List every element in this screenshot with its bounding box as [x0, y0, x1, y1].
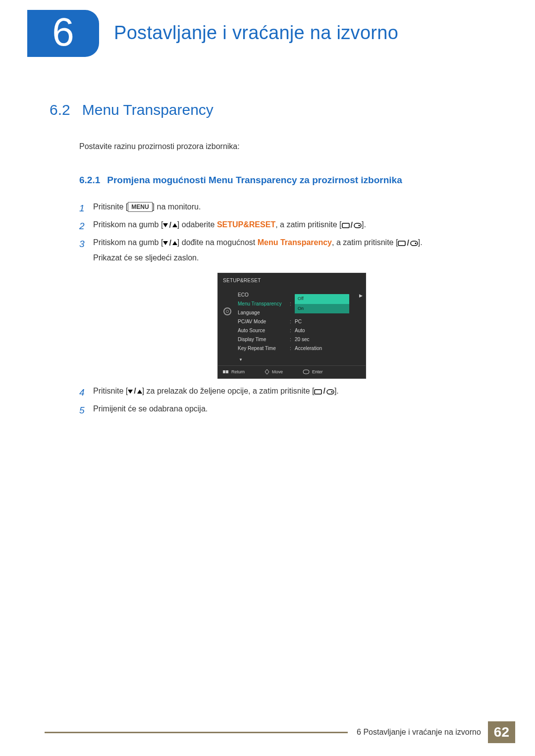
- osd-value: 20 sec: [295, 335, 361, 344]
- svg-point-12: [331, 391, 332, 393]
- osd-title: SETUP&RESET: [218, 273, 366, 288]
- rect-enter-icon: /: [314, 384, 334, 399]
- footer-divider: [45, 732, 348, 733]
- step-5: 5 Primijenit će se odabrana opcija.: [79, 402, 490, 419]
- step-1: 1 Pritisnite [MENU] na monitoru.: [79, 200, 490, 217]
- osd-label: Menu Transparency: [238, 299, 290, 308]
- svg-point-2: [358, 225, 360, 226]
- text: ].: [334, 387, 339, 395]
- keyword-setup-reset: SETUP&RESET: [217, 220, 275, 229]
- rect-enter-icon: /: [342, 218, 362, 233]
- osd-row-displaytime: Display Time : 20 sec: [238, 335, 361, 344]
- section-heading: 6.2 Menu Transparency: [50, 101, 490, 118]
- svg-rect-9: [303, 370, 309, 374]
- osd-return: Return: [223, 368, 245, 376]
- svg-rect-1: [354, 223, 361, 228]
- subsection-title: Promjena mogućnosti Menu Transparency za…: [107, 175, 402, 185]
- colon: :: [290, 317, 295, 326]
- subsection-number: 6.2.1: [79, 175, 100, 185]
- osd-label: Key Repeat Time: [238, 344, 290, 353]
- rect-enter-icon: /: [398, 236, 418, 251]
- page-content: 6.2 Menu Transparency Postavite razinu p…: [0, 101, 535, 419]
- osd-body: ▶ ECO Menu Transparency :: [218, 288, 366, 356]
- svg-rect-0: [342, 223, 349, 228]
- step-text: Primijenit će se odabrana opcija.: [93, 402, 490, 416]
- text: , a zatim pritisnite [: [275, 220, 341, 229]
- down-arrow-icon: ▼: [239, 356, 366, 363]
- down-up-arrow-icon: /: [163, 218, 177, 233]
- keyword-menu-transparency: Menu Transparency: [258, 238, 332, 247]
- step-text: Pritisnite [/] za prelazak do željene op…: [93, 384, 490, 399]
- step-number: 3: [79, 235, 93, 253]
- down-up-arrow-icon: /: [163, 236, 177, 251]
- step-number: 5: [79, 402, 93, 419]
- osd-value: Auto: [295, 326, 361, 335]
- text: ] odaberite: [177, 220, 217, 229]
- step-4: 4 Pritisnite [/] za prelazak do željene …: [79, 384, 490, 402]
- text: ].: [418, 238, 423, 247]
- osd-sidebar: [222, 291, 233, 353]
- page-header: 6 Postavljanje i vraćanje na izvorno: [0, 0, 535, 57]
- colon: :: [290, 326, 295, 335]
- text: , a zatim pritisnite [: [332, 238, 398, 247]
- label: Enter: [312, 368, 323, 376]
- text: ] dođite na mogućnost: [177, 238, 258, 247]
- colon: :: [290, 344, 295, 353]
- osd-screenshot: SETUP&RESET ▶ ECO Menu Transparency: [217, 273, 366, 379]
- step-3: 3 Pritiskom na gumb [/] dođite na mogućn…: [79, 235, 490, 384]
- osd-value: PC: [295, 317, 361, 326]
- section-intro: Postavite razinu prozirnosti prozora izb…: [79, 142, 490, 151]
- osd-row-pcav: PC/AV Mode : PC: [238, 317, 361, 326]
- label: Move: [272, 368, 283, 376]
- svg-marker-8: [265, 369, 269, 374]
- text: ] za prelazak do željene opcije, a zatim…: [142, 387, 315, 395]
- step-2: 2 Pritiskom na gumb [/] odaberite SETUP&…: [79, 217, 490, 235]
- text: ].: [362, 220, 366, 229]
- osd-label: PC/AV Mode: [238, 317, 290, 326]
- osd-label: ECO: [238, 290, 290, 300]
- text: ] na monitoru.: [153, 202, 201, 211]
- svg-rect-4: [411, 241, 418, 246]
- osd-footer: Return Move Enter: [218, 365, 366, 378]
- step-text: Pritiskom na gumb [/] dođite na mogućnos…: [93, 235, 490, 384]
- step-number: 1: [79, 200, 93, 217]
- down-up-arrow-icon: /: [128, 384, 142, 399]
- osd-value: Acceleration: [295, 344, 361, 353]
- step-number: 2: [79, 217, 93, 235]
- colon: :: [290, 335, 295, 344]
- menu-button-icon: MENU: [128, 202, 152, 212]
- footer-text: 6 Postavljanje i vraćanje na izvorno: [357, 728, 481, 737]
- osd-option-box: Off On: [295, 294, 349, 313]
- section-title: Menu Transparency: [82, 101, 214, 118]
- right-arrow-icon: ▶: [359, 292, 363, 300]
- osd-row-autosource: Auto Source : Auto: [238, 326, 361, 335]
- osd-menu-list: ECO Menu Transparency : Off On: [238, 291, 361, 353]
- svg-point-5: [415, 243, 416, 244]
- text: Pritiskom na gumb [: [93, 238, 163, 247]
- osd-row-menu-transparency: Menu Transparency : Off On: [238, 300, 361, 308]
- label: Return: [231, 368, 245, 376]
- text: Prikazat će se sljedeći zaslon.: [93, 253, 199, 262]
- svg-rect-7: [226, 370, 228, 373]
- chapter-title: Postavljanje i vraćanje na izvorno: [114, 22, 398, 44]
- svg-rect-11: [327, 390, 334, 394]
- svg-rect-10: [315, 390, 321, 394]
- subsection-heading: 6.2.1Promjena mogućnosti Menu Transparen…: [79, 175, 490, 186]
- osd-label: Language: [238, 308, 290, 317]
- svg-rect-6: [223, 370, 225, 373]
- step-number: 4: [79, 384, 93, 402]
- osd-move: Move: [265, 368, 283, 376]
- osd-option-off: Off: [295, 294, 349, 303]
- osd-option-on: On: [295, 304, 349, 313]
- osd-enter: Enter: [303, 368, 323, 376]
- text: Pritisnite [: [93, 387, 128, 395]
- section-number: 6.2: [50, 101, 70, 118]
- step-text: Pritisnite [MENU] na monitoru.: [93, 200, 490, 214]
- chapter-number-badge: 6: [27, 10, 99, 57]
- osd-label: Auto Source: [238, 326, 290, 335]
- page-number: 62: [488, 721, 515, 743]
- osd-row-keyrepeat: Key Repeat Time : Acceleration: [238, 344, 361, 353]
- osd-label: Display Time: [238, 335, 290, 344]
- svg-rect-3: [398, 241, 405, 246]
- colon: :: [290, 299, 295, 308]
